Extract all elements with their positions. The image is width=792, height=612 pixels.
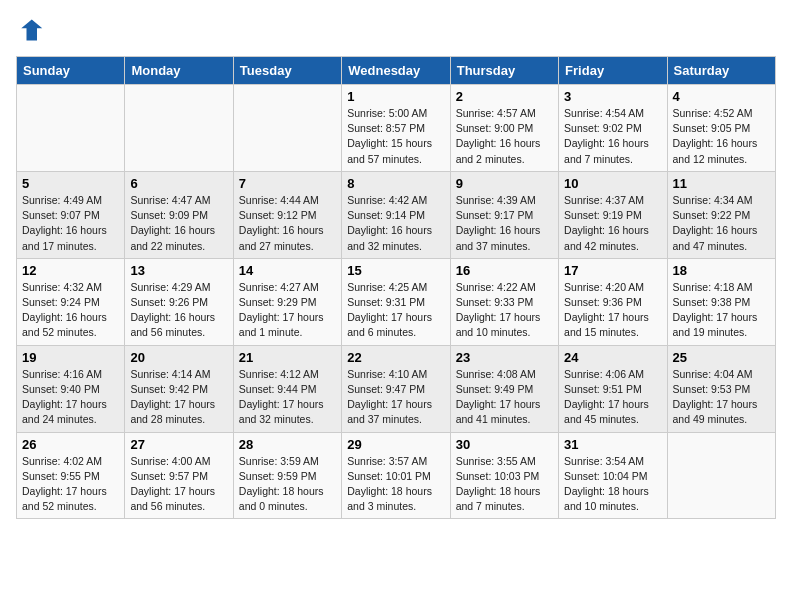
day-info: Sunrise: 4:39 AM Sunset: 9:17 PM Dayligh… [456, 193, 553, 254]
calendar-cell: 22Sunrise: 4:10 AM Sunset: 9:47 PM Dayli… [342, 345, 450, 432]
day-number: 16 [456, 263, 553, 278]
day-number: 20 [130, 350, 227, 365]
weekday-header-monday: Monday [125, 57, 233, 85]
day-info: Sunrise: 4:32 AM Sunset: 9:24 PM Dayligh… [22, 280, 119, 341]
calendar-cell: 23Sunrise: 4:08 AM Sunset: 9:49 PM Dayli… [450, 345, 558, 432]
calendar-cell: 8Sunrise: 4:42 AM Sunset: 9:14 PM Daylig… [342, 171, 450, 258]
calendar-cell: 17Sunrise: 4:20 AM Sunset: 9:36 PM Dayli… [559, 258, 667, 345]
day-info: Sunrise: 4:52 AM Sunset: 9:05 PM Dayligh… [673, 106, 770, 167]
day-number: 27 [130, 437, 227, 452]
day-number: 15 [347, 263, 444, 278]
day-number: 22 [347, 350, 444, 365]
day-info: Sunrise: 4:37 AM Sunset: 9:19 PM Dayligh… [564, 193, 661, 254]
day-info: Sunrise: 4:25 AM Sunset: 9:31 PM Dayligh… [347, 280, 444, 341]
weekday-header-sunday: Sunday [17, 57, 125, 85]
day-info: Sunrise: 4:06 AM Sunset: 9:51 PM Dayligh… [564, 367, 661, 428]
day-info: Sunrise: 4:57 AM Sunset: 9:00 PM Dayligh… [456, 106, 553, 167]
day-number: 10 [564, 176, 661, 191]
calendar-cell: 25Sunrise: 4:04 AM Sunset: 9:53 PM Dayli… [667, 345, 775, 432]
calendar-cell: 14Sunrise: 4:27 AM Sunset: 9:29 PM Dayli… [233, 258, 341, 345]
day-info: Sunrise: 4:29 AM Sunset: 9:26 PM Dayligh… [130, 280, 227, 341]
day-number: 17 [564, 263, 661, 278]
day-info: Sunrise: 4:02 AM Sunset: 9:55 PM Dayligh… [22, 454, 119, 515]
day-number: 25 [673, 350, 770, 365]
day-info: Sunrise: 3:54 AM Sunset: 10:04 PM Daylig… [564, 454, 661, 515]
day-info: Sunrise: 4:14 AM Sunset: 9:42 PM Dayligh… [130, 367, 227, 428]
calendar-cell: 30Sunrise: 3:55 AM Sunset: 10:03 PM Dayl… [450, 432, 558, 519]
calendar-cell: 24Sunrise: 4:06 AM Sunset: 9:51 PM Dayli… [559, 345, 667, 432]
day-number: 3 [564, 89, 661, 104]
day-number: 30 [456, 437, 553, 452]
calendar-cell: 16Sunrise: 4:22 AM Sunset: 9:33 PM Dayli… [450, 258, 558, 345]
weekday-header-friday: Friday [559, 57, 667, 85]
day-info: Sunrise: 4:22 AM Sunset: 9:33 PM Dayligh… [456, 280, 553, 341]
day-number: 21 [239, 350, 336, 365]
calendar-week-4: 19Sunrise: 4:16 AM Sunset: 9:40 PM Dayli… [17, 345, 776, 432]
day-number: 4 [673, 89, 770, 104]
calendar-cell [233, 85, 341, 172]
calendar-cell: 13Sunrise: 4:29 AM Sunset: 9:26 PM Dayli… [125, 258, 233, 345]
calendar-cell: 31Sunrise: 3:54 AM Sunset: 10:04 PM Dayl… [559, 432, 667, 519]
calendar-table: SundayMondayTuesdayWednesdayThursdayFrid… [16, 56, 776, 519]
calendar-cell [17, 85, 125, 172]
calendar-cell: 26Sunrise: 4:02 AM Sunset: 9:55 PM Dayli… [17, 432, 125, 519]
day-number: 1 [347, 89, 444, 104]
calendar-cell: 18Sunrise: 4:18 AM Sunset: 9:38 PM Dayli… [667, 258, 775, 345]
day-info: Sunrise: 4:42 AM Sunset: 9:14 PM Dayligh… [347, 193, 444, 254]
day-info: Sunrise: 4:47 AM Sunset: 9:09 PM Dayligh… [130, 193, 227, 254]
day-info: Sunrise: 3:59 AM Sunset: 9:59 PM Dayligh… [239, 454, 336, 515]
day-info: Sunrise: 4:10 AM Sunset: 9:47 PM Dayligh… [347, 367, 444, 428]
calendar-cell: 15Sunrise: 4:25 AM Sunset: 9:31 PM Dayli… [342, 258, 450, 345]
weekday-header-wednesday: Wednesday [342, 57, 450, 85]
calendar-cell: 5Sunrise: 4:49 AM Sunset: 9:07 PM Daylig… [17, 171, 125, 258]
day-info: Sunrise: 3:55 AM Sunset: 10:03 PM Daylig… [456, 454, 553, 515]
day-info: Sunrise: 4:12 AM Sunset: 9:44 PM Dayligh… [239, 367, 336, 428]
calendar-cell [667, 432, 775, 519]
calendar-cell: 1Sunrise: 5:00 AM Sunset: 8:57 PM Daylig… [342, 85, 450, 172]
day-number: 19 [22, 350, 119, 365]
calendar-cell: 6Sunrise: 4:47 AM Sunset: 9:09 PM Daylig… [125, 171, 233, 258]
calendar-cell: 3Sunrise: 4:54 AM Sunset: 9:02 PM Daylig… [559, 85, 667, 172]
weekday-header-saturday: Saturday [667, 57, 775, 85]
day-number: 18 [673, 263, 770, 278]
day-number: 12 [22, 263, 119, 278]
weekday-header-row: SundayMondayTuesdayWednesdayThursdayFrid… [17, 57, 776, 85]
logo-icon [16, 16, 44, 44]
day-info: Sunrise: 4:44 AM Sunset: 9:12 PM Dayligh… [239, 193, 336, 254]
day-number: 14 [239, 263, 336, 278]
calendar-cell: 12Sunrise: 4:32 AM Sunset: 9:24 PM Dayli… [17, 258, 125, 345]
calendar-cell: 27Sunrise: 4:00 AM Sunset: 9:57 PM Dayli… [125, 432, 233, 519]
calendar-cell: 9Sunrise: 4:39 AM Sunset: 9:17 PM Daylig… [450, 171, 558, 258]
day-number: 13 [130, 263, 227, 278]
day-number: 7 [239, 176, 336, 191]
day-info: Sunrise: 4:34 AM Sunset: 9:22 PM Dayligh… [673, 193, 770, 254]
day-number: 6 [130, 176, 227, 191]
day-info: Sunrise: 4:16 AM Sunset: 9:40 PM Dayligh… [22, 367, 119, 428]
weekday-header-thursday: Thursday [450, 57, 558, 85]
day-info: Sunrise: 4:08 AM Sunset: 9:49 PM Dayligh… [456, 367, 553, 428]
calendar-cell: 28Sunrise: 3:59 AM Sunset: 9:59 PM Dayli… [233, 432, 341, 519]
day-info: Sunrise: 4:54 AM Sunset: 9:02 PM Dayligh… [564, 106, 661, 167]
calendar-cell: 21Sunrise: 4:12 AM Sunset: 9:44 PM Dayli… [233, 345, 341, 432]
day-number: 2 [456, 89, 553, 104]
weekday-header-tuesday: Tuesday [233, 57, 341, 85]
calendar-week-3: 12Sunrise: 4:32 AM Sunset: 9:24 PM Dayli… [17, 258, 776, 345]
day-number: 5 [22, 176, 119, 191]
calendar-cell: 10Sunrise: 4:37 AM Sunset: 9:19 PM Dayli… [559, 171, 667, 258]
day-info: Sunrise: 4:18 AM Sunset: 9:38 PM Dayligh… [673, 280, 770, 341]
logo [16, 16, 48, 44]
day-info: Sunrise: 4:27 AM Sunset: 9:29 PM Dayligh… [239, 280, 336, 341]
calendar-cell: 29Sunrise: 3:57 AM Sunset: 10:01 PM Dayl… [342, 432, 450, 519]
day-info: Sunrise: 4:00 AM Sunset: 9:57 PM Dayligh… [130, 454, 227, 515]
page-header [16, 16, 776, 44]
day-number: 26 [22, 437, 119, 452]
day-info: Sunrise: 4:49 AM Sunset: 9:07 PM Dayligh… [22, 193, 119, 254]
day-number: 9 [456, 176, 553, 191]
day-info: Sunrise: 4:20 AM Sunset: 9:36 PM Dayligh… [564, 280, 661, 341]
day-info: Sunrise: 5:00 AM Sunset: 8:57 PM Dayligh… [347, 106, 444, 167]
calendar-cell: 20Sunrise: 4:14 AM Sunset: 9:42 PM Dayli… [125, 345, 233, 432]
day-info: Sunrise: 4:04 AM Sunset: 9:53 PM Dayligh… [673, 367, 770, 428]
day-number: 11 [673, 176, 770, 191]
svg-marker-0 [21, 20, 42, 41]
day-number: 8 [347, 176, 444, 191]
